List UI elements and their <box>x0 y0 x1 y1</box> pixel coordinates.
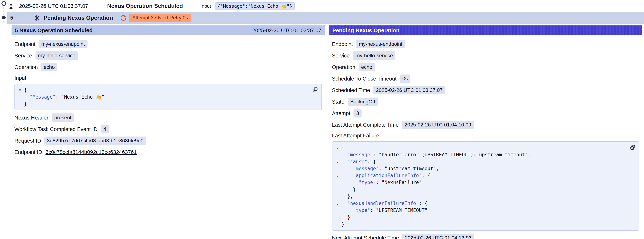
field-value-chip: 2025-02-26 UTC 01:03:37.07 <box>373 86 445 94</box>
field-workflow-task-completed-event-id: Workflow Task Completed Event ID 4 <box>14 125 322 134</box>
field-label: Endpoint <box>14 41 36 47</box>
collapse-chevron-icon[interactable]: ∨ <box>334 200 342 207</box>
code-line: "message": "upstream timeout", <box>334 165 628 172</box>
collapse-chevron-icon[interactable]: ∨ <box>334 172 342 179</box>
input-json-code: ∨{ "Message": "Nexus Echo 👋"} <box>16 86 310 108</box>
event-summary-row[interactable]: 5 2025-02-26 UTC 01:03:37.07 Nexus Opera… <box>10 0 644 12</box>
code-line: ∨{ <box>334 144 628 151</box>
scheduled-event-header-timestamp: 2025-02-26 UTC 01:03:37.07 <box>252 28 321 34</box>
code-line: }, <box>334 193 628 200</box>
field-label: Service <box>14 53 32 59</box>
collapse-chevron-icon[interactable]: ∨ <box>16 86 24 94</box>
code-line: } <box>16 100 310 108</box>
code-line: } <box>334 214 628 221</box>
event-detail-area: 5 Nexus Operation Scheduled 2025-02-26 U… <box>12 26 642 239</box>
field-value-chip: echo <box>358 63 375 71</box>
field-endpoint: Endpoint my-nexus-endpoint <box>332 40 640 48</box>
field-endpoint-id: Endpoint ID 3c0c75ccfa8144b092c13ce63246… <box>14 148 322 156</box>
timeline-event-dot <box>2 16 6 20</box>
field-label: Endpoint <box>332 41 353 47</box>
field-value-chip: 0s <box>400 74 410 83</box>
field-label: Scheduled Time <box>332 87 370 93</box>
field-label: Service <box>332 53 350 59</box>
code-gutter <box>334 165 342 172</box>
event-title: Nexus Operation Scheduled <box>107 3 183 9</box>
field-value-chip: 2025-02-26 UTC 01:04:13.93 <box>402 234 474 239</box>
copy-icon[interactable] <box>629 144 636 152</box>
event-timestamp: 2025-02-26 UTC 01:03:37.07 <box>19 3 88 9</box>
field-value-chip: my-hello-service <box>353 52 396 60</box>
code-gutter <box>334 214 342 221</box>
field-label: Nexus Header <box>14 115 48 121</box>
field-operation: Operation echo <box>332 63 640 71</box>
code-gutter <box>334 186 342 193</box>
code-gutter <box>334 179 342 186</box>
scheduled-event-header-title: 5 Nexus Operation Scheduled <box>15 27 93 34</box>
last-attempt-failure-label: Last Attempt Failure <box>332 133 640 139</box>
field-service: Service my-hello-service <box>14 52 322 60</box>
field-request-id: Request ID 3e829b7e-7d67-4b08-aad3-b1e86… <box>14 136 322 145</box>
field-schedule-to-close-timeout: Schedule To Close Timeout 0s <box>332 74 640 83</box>
field-value-chip: BackingOff <box>348 98 378 106</box>
field-label: Attempt <box>332 110 350 116</box>
code-gutter <box>334 221 342 228</box>
code-line: } <box>334 221 628 228</box>
scheduled-event-body: Endpoint my-nexus-endpoint Service my-he… <box>12 35 325 161</box>
pending-operation-body: Endpoint my-nexus-endpoint Service my-he… <box>329 35 642 239</box>
copy-icon[interactable] <box>312 86 319 94</box>
code-gutter <box>334 207 342 214</box>
field-operation: Operation echo <box>14 63 322 71</box>
field-value-chip: my-nexus-endpoint <box>39 40 88 48</box>
field-state: State BackingOff <box>332 98 640 106</box>
field-value-chip: 3e829b7e-7d67-4b08-aad3-b1e868bfe9e0 <box>44 136 146 145</box>
endpoint-id-link[interactable]: 3c0c75ccfa8144b092c13ce632463761 <box>46 149 137 155</box>
retry-icon <box>120 14 127 22</box>
code-gutter <box>334 151 342 158</box>
field-label: Schedule To Close Timeout <box>332 76 397 82</box>
field-value-chip: echo <box>41 63 57 71</box>
code-line: "message": "handler error (UPSTREAM_TIME… <box>334 151 628 158</box>
code-line: "type": "UPSTREAM_TIMEOUT" <box>334 207 628 214</box>
field-label: Request ID <box>14 138 41 144</box>
field-value-chip: my-hello-service <box>36 52 78 60</box>
field-endpoint: Endpoint my-nexus-endpoint <box>14 40 322 48</box>
field-value-chip: present <box>52 114 74 122</box>
code-line: "type": "NexusFailure" <box>334 179 628 186</box>
event-timeline-rail <box>0 0 8 239</box>
code-line: ∨{ <box>16 86 310 94</box>
code-gutter <box>16 100 24 108</box>
pending-operation-header: Pending Nexus Operation <box>329 26 642 35</box>
input-json-viewer: ∨{ "Message": "Nexus Echo 👋"} <box>14 84 322 110</box>
pending-operation-panel: Pending Nexus Operation Endpoint my-nexu… <box>329 26 642 239</box>
field-label: Endpoint ID <box>14 149 42 155</box>
field-value-chip: my-nexus-endpoint <box>356 40 405 48</box>
event-input-preview-chip[interactable]: {"Message":"Nexus Echo 👋"} <box>215 2 295 10</box>
field-value-chip: 4 <box>101 125 109 134</box>
code-line: ∨ "nexusHandlerFailureInfo": { <box>334 200 628 207</box>
field-value-chip: 3 <box>354 109 362 118</box>
event-id-link[interactable]: 5 <box>10 3 12 9</box>
pending-operation-row[interactable]: 5 Pending Nexus Operation Attempt 3 • Ne… <box>7 12 644 24</box>
field-scheduled-time: Scheduled Time 2025-02-26 UTC 01:03:37.0… <box>332 86 640 94</box>
failure-json-viewer: ∨{ "message": "handler error (UPSTREAM_T… <box>332 141 640 230</box>
timeline-start-icon <box>2 1 6 6</box>
collapse-chevron-icon[interactable]: ∨ <box>334 158 342 165</box>
code-gutter <box>16 94 24 100</box>
field-label: Operation <box>14 64 38 70</box>
field-label: Workflow Task Completed Event ID <box>14 126 98 132</box>
code-line: ∨ "applicationFailureInfo": { <box>334 172 628 179</box>
field-label: Next Attempt Schedule Time <box>332 235 399 239</box>
field-service: Service my-hello-service <box>332 52 640 60</box>
collapse-chevron-icon[interactable]: ∨ <box>334 144 342 151</box>
field-label: Operation <box>332 64 355 70</box>
field-label: Last Attempt Complete Time <box>332 122 399 128</box>
pending-spinner-icon <box>34 15 40 21</box>
field-attempt: Attempt 3 <box>332 109 640 118</box>
field-label: State <box>332 99 344 105</box>
field-last-attempt-complete-time: Last Attempt Complete Time 2025-02-26 UT… <box>332 120 640 129</box>
code-line: ∨ "cause": { <box>334 158 628 165</box>
event-input-label: Input <box>200 3 211 9</box>
pending-event-id-link[interactable]: 5 <box>10 15 13 21</box>
input-section-label: Input <box>14 75 322 81</box>
failure-json-code: ∨{ "message": "handler error (UPSTREAM_T… <box>334 144 628 228</box>
